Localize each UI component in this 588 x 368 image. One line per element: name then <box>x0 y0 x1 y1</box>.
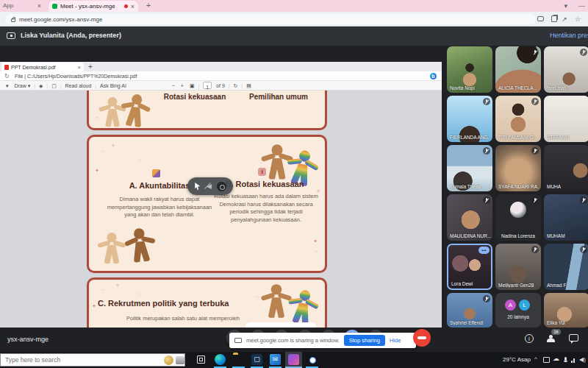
participant-tile-active-speaker[interactable]: •••Lora Dewi <box>447 244 492 290</box>
select-tool-icon[interactable]: ▾ <box>6 81 9 91</box>
active-tab[interactable]: Meet - ysx-ansv-mge × <box>49 1 138 12</box>
edge-tab-close-icon[interactable]: × <box>77 64 81 71</box>
heart-icon: ♢ <box>137 291 142 297</box>
task-view-icon[interactable] <box>197 355 205 364</box>
translate-icon[interactable] <box>551 15 557 22</box>
participant-name: MUHAM <box>547 233 588 238</box>
edge-address-bar[interactable]: ↻ File | C:/Users/Hp/Downloads/PPT%20Dem… <box>0 71 442 81</box>
page-number-input[interactable]: 1 <box>203 82 212 89</box>
participant-name: Ahmad F <box>547 283 588 288</box>
participant-tile[interactable]: Meiliyanti Gen28 <box>495 244 541 290</box>
taskbar-app-edge[interactable] <box>212 352 229 368</box>
save-icon[interactable]: ▤ <box>246 81 251 91</box>
weather-status[interactable]: 29°C Asap <box>503 356 531 363</box>
taskbar-search[interactable] <box>0 353 185 367</box>
tablet-tray-icon[interactable] <box>543 357 550 363</box>
stop-presenting-link[interactable]: Hentikan presentasi <box>550 32 588 39</box>
text-box-icon[interactable]: ▢ <box>51 81 57 91</box>
zoom-in-button[interactable]: + <box>181 81 184 91</box>
people-icon[interactable] <box>547 335 557 342</box>
search-input[interactable] <box>1 355 133 364</box>
participant-name: Novita Nopi <box>450 85 491 91</box>
zoom-out-button[interactable]: − <box>172 81 175 91</box>
address-bar[interactable]: meet.google.com/ysx-ansv-mge <box>5 14 536 24</box>
camera-permission-icon[interactable] <box>537 16 544 21</box>
minimize-icon[interactable]: — <box>578 0 585 12</box>
leave-call-button[interactable] <box>413 329 431 347</box>
heart-icon: ♡ <box>95 116 99 122</box>
participant-tile[interactable]: ALICIA THECLA... <box>495 46 541 93</box>
network-icon[interactable] <box>571 357 578 363</box>
taskbar-app-active[interactable] <box>285 352 302 368</box>
tab-close-icon[interactable]: × <box>37 0 41 12</box>
onedrive-cloud-icon[interactable]: ☁ <box>553 355 559 361</box>
edge-new-tab-button[interactable]: + <box>88 62 93 71</box>
mic-tray-icon[interactable] <box>562 357 569 363</box>
participant-tile[interactable]: TITI PAULANI G... <box>495 96 541 142</box>
media-button-icon[interactable] <box>217 182 226 191</box>
edge-file-path: File | C:/Users/Hp/Downloads/PPT%20Demok… <box>15 74 137 79</box>
read-aloud-button[interactable]: Read aloud <box>65 81 92 91</box>
slide-top-partial: Rotasi kekuasaan Pemilihan umum ♡ <box>87 91 327 130</box>
device-icon[interactable] <box>176 356 184 364</box>
stop-sharing-button[interactable]: Stop sharing <box>344 335 385 346</box>
participant-tile[interactable]: Nadina Lorenza <box>495 194 541 241</box>
participant-tile[interactable]: Syahriel Effendi <box>447 293 492 328</box>
participant-tile[interactable]: MUHAM <box>544 194 588 241</box>
speaker-muted-icon[interactable]: ◀ <box>207 183 212 190</box>
rewards-coin-icon[interactable] <box>164 355 173 365</box>
books-icon <box>152 169 160 177</box>
participant-tile[interactable]: MAULIDINA NUR... <box>447 194 492 241</box>
tab-list-chevron-icon[interactable]: ▾ <box>564 0 567 12</box>
participant-tile[interactable]: Ahmad F <box>544 244 588 290</box>
avatar <box>510 202 526 218</box>
shared-edge-window: PPT Demokrasi.pdf × + ↻ File | C:/Users/… <box>0 62 442 328</box>
more-options-icon[interactable]: ••• <box>478 247 490 254</box>
draw-button[interactable]: Draw ▾ <box>14 81 30 91</box>
overflow-tile[interactable]: A L 20 lainnya <box>495 293 541 328</box>
share-icon[interactable]: ↗ <box>560 15 569 24</box>
mic-off-icon <box>483 197 490 204</box>
windows-taskbar: ▢ ✉ 29°C Asap ^ ☁ ◀) <box>0 352 588 368</box>
floating-media-controls[interactable]: ◀ <box>187 177 233 195</box>
tab-close-icon[interactable]: × <box>131 3 135 10</box>
participant-tile[interactable]: FIERLANDA ANG... <box>447 96 492 142</box>
edge-pdf-tab[interactable]: PPT Demokrasi.pdf × <box>1 63 84 71</box>
avatar: L <box>519 300 530 311</box>
bookmark-star-icon[interactable]: ☆ <box>573 15 582 24</box>
bing-chat-icon[interactable]: b <box>430 73 437 79</box>
new-tab-button[interactable]: + <box>143 0 154 12</box>
taskbar-app-explorer[interactable] <box>230 352 247 368</box>
ask-bing-button[interactable]: Ask Bing AI <box>100 81 126 91</box>
hide-banner-link[interactable]: Hide <box>390 337 401 344</box>
eraser-icon[interactable]: ◈ <box>39 81 43 91</box>
participant-tile[interactable]: Novita Nopi <box>447 46 492 93</box>
participant-name: farel.mat... <box>547 85 588 91</box>
participant-name: SYAFA NUARI RA... <box>498 184 539 189</box>
info-icon[interactable]: i <box>525 334 534 343</box>
slide-text-box <box>245 322 316 328</box>
rotate-icon[interactable]: ↻ <box>234 81 238 91</box>
participant-tile[interactable]: farel.mat... <box>544 46 588 93</box>
chat-icon[interactable] <box>569 334 578 342</box>
mic-off-icon <box>580 197 587 204</box>
taskbar-app-mail[interactable]: ✉ <box>267 352 284 368</box>
participant-name: Syahriel Effendi <box>450 320 491 325</box>
taskbar-app-store[interactable]: ▢ <box>248 352 265 368</box>
participant-tile[interactable]: STEFANU <box>544 96 588 142</box>
taskbar-app-chrome[interactable] <box>304 352 320 368</box>
background-tab[interactable]: App × <box>0 0 46 12</box>
participant-tile[interactable]: Kumala Theaa <box>447 145 492 191</box>
browser-toolbar: meet.google.com/ysx-ansv-mge ↗ ☆ <box>0 12 588 26</box>
volume-icon[interactable]: ◀) <box>579 357 586 363</box>
mic-off-icon <box>531 147 539 155</box>
meet-presenter-bar: Liska Yulanita (Anda, presenter) Hentika… <box>0 26 588 46</box>
info-icon: i <box>258 168 266 176</box>
participant-tile[interactable]: MUHA <box>544 145 588 191</box>
fit-page-icon[interactable]: ▣ <box>190 81 195 91</box>
tray-expand-icon[interactable]: ^ <box>534 355 537 362</box>
pdf-page-area[interactable]: Rotasi kekuasaan Pemilihan umum ♡ ♡ ✧ ♢ … <box>0 91 442 328</box>
refresh-icon[interactable]: ↻ <box>4 73 10 79</box>
participant-tile[interactable]: Elika Yul <box>544 293 588 328</box>
participant-tile[interactable]: SYAFA NUARI RA... <box>495 145 541 191</box>
